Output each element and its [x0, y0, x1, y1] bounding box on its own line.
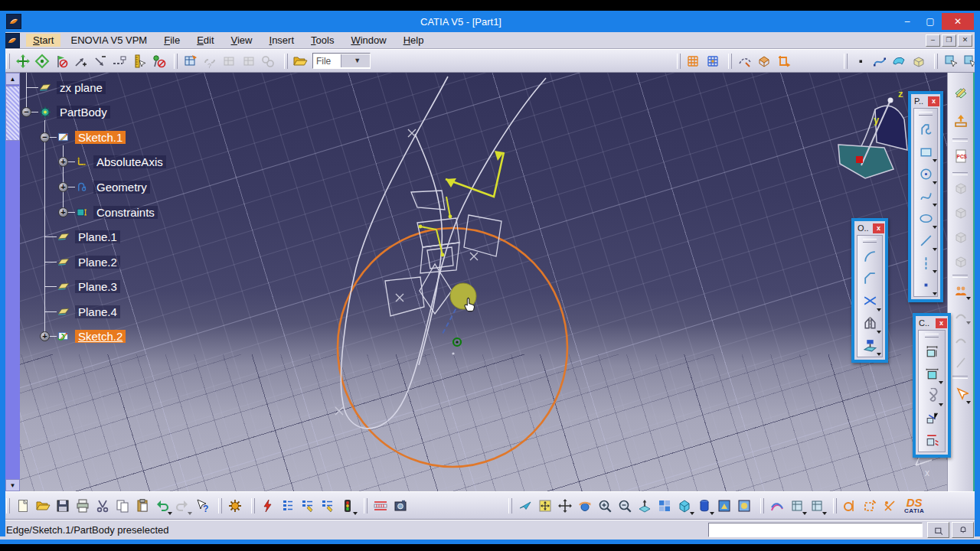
dropdown-arrow-icon[interactable] [877, 308, 881, 311]
chamfer-icon[interactable] [858, 268, 881, 290]
update-gear-icon[interactable] [225, 496, 245, 516]
magnify-plus-icon[interactable] [71, 51, 90, 71]
catalog-browser-icon[interactable] [767, 496, 787, 516]
pan-icon[interactable] [555, 496, 575, 516]
maximize-button[interactable]: ▢ [919, 13, 942, 30]
surface-icon[interactable] [890, 51, 909, 71]
capture-icon[interactable] [390, 496, 410, 516]
open-folder-icon[interactable] [291, 51, 310, 71]
grid-icon[interactable] [684, 51, 703, 71]
palette-title-bar[interactable]: C..x [916, 316, 948, 330]
close-icon[interactable]: x [936, 318, 947, 328]
toolbar-grip[interactable] [284, 54, 288, 69]
toolbar-grip[interactable] [174, 54, 178, 69]
toolbar-grip[interactable] [364, 498, 368, 514]
undo-icon[interactable] [152, 496, 172, 516]
pan-compass-icon[interactable] [13, 51, 32, 71]
mdi-close-button[interactable]: ✕ [958, 34, 972, 47]
traffic-light-icon[interactable] [338, 496, 358, 516]
dropdown-arrow-icon[interactable] [877, 331, 881, 334]
tree-item-plane-1[interactable]: Plane.1 [55, 229, 120, 244]
palette-grip[interactable] [863, 239, 877, 243]
trim-icon[interactable] [858, 290, 881, 312]
menu-enovia-v5-vpm[interactable]: ENOVIA V5 VPM [64, 34, 154, 47]
point-icon[interactable] [914, 274, 937, 296]
design-table-icon[interactable] [181, 51, 200, 71]
project-3d-icon[interactable] [858, 334, 881, 357]
toolbar-grip[interactable] [677, 54, 681, 69]
point-icon[interactable] [851, 51, 870, 71]
multi-view-icon[interactable] [655, 496, 675, 516]
tree-item-constraints[interactable]: Constraints [74, 204, 158, 220]
sheet2-icon[interactable] [807, 496, 827, 516]
dropdown-arrow-icon[interactable] [933, 248, 937, 251]
snap-grid-icon[interactable] [109, 51, 129, 71]
dropdown-arrow-icon[interactable] [966, 297, 971, 300]
dropdown-arrow-icon[interactable] [877, 353, 881, 356]
magnify-minus-icon[interactable] [90, 51, 109, 71]
rotate-icon[interactable] [575, 496, 595, 516]
contact-constraint-icon[interactable] [920, 385, 943, 407]
menu-file[interactable]: File [157, 34, 187, 47]
pin-disabled-icon[interactable] [149, 51, 168, 71]
menu-help[interactable]: Help [397, 34, 431, 47]
dropdown-arrow-icon[interactable] [933, 159, 937, 162]
doc-icon[interactable] [5, 33, 20, 48]
sketch-box-constraint-icon[interactable] [860, 496, 880, 516]
check-edit2-icon[interactable] [318, 496, 338, 516]
constraints-dialog-icon[interactable] [920, 341, 943, 363]
toolbar-grip[interactable] [251, 498, 255, 514]
dropdown-arrow-icon[interactable] [933, 204, 937, 207]
tree-item-plane-2[interactable]: Plane.2 [55, 254, 120, 269]
animate-constraint-icon[interactable] [920, 407, 943, 429]
line-icon[interactable] [914, 230, 937, 252]
tree-item-partbody[interactable]: PartBody [37, 104, 110, 119]
chevron-down-icon[interactable]: ▼ [341, 54, 369, 67]
pcs-document-icon[interactable]: PCS [951, 146, 971, 166]
circle-icon[interactable] [914, 163, 937, 185]
toolbar-grip[interactable] [218, 498, 222, 514]
palette-title-bar[interactable]: O..x [854, 221, 885, 235]
mdi-restore-button[interactable]: ❐ [942, 34, 956, 47]
tree-item-absoluteaxis[interactable]: AbsoluteAxis [74, 154, 166, 169]
operation-palette[interactable]: O..x [851, 218, 888, 363]
toolbar-grip[interactable] [728, 54, 732, 69]
toolbar-grip[interactable] [934, 54, 938, 69]
dropdown-arrow-icon[interactable] [933, 181, 937, 184]
datum-icon[interactable] [755, 51, 774, 71]
palette-title-bar[interactable]: P..x [911, 94, 940, 108]
minimize-button[interactable]: – [896, 13, 919, 30]
print-icon[interactable] [73, 496, 93, 516]
expand-knob-absoluteaxis[interactable]: + [58, 157, 68, 167]
dropdown-arrow-icon[interactable] [939, 403, 943, 406]
viewport[interactable]: x z y ▲ ▼ zx plane−PartBody−Sketch.1+Abs… [0, 73, 980, 491]
tree-item-plane-4[interactable]: Plane.4 [55, 304, 120, 319]
whats-this-icon[interactable]: ? [192, 496, 212, 516]
named-views-icon[interactable] [694, 496, 714, 516]
close-button[interactable]: ✕ [942, 13, 974, 30]
menu-tools[interactable]: Tools [304, 34, 341, 47]
dropdown-arrow-icon[interactable] [933, 270, 937, 273]
scroll-up-button[interactable]: ▲ [5, 73, 20, 85]
render-style-icon[interactable] [714, 496, 734, 516]
palette-grip[interactable] [919, 112, 933, 116]
fly-mode-icon[interactable] [515, 496, 535, 516]
dropdown-arrow-icon[interactable] [933, 226, 937, 229]
dropdown-arrow-icon[interactable] [966, 401, 971, 404]
select-arrow-icon[interactable] [951, 385, 971, 405]
toolbar-grip[interactable] [508, 498, 512, 514]
axis-icon[interactable] [914, 252, 937, 274]
check-edit-icon[interactable] [298, 496, 318, 516]
file-type-combobox[interactable]: File▼ [312, 53, 371, 69]
close-icon[interactable]: x [873, 223, 884, 233]
formula-bolt-icon[interactable] [258, 496, 278, 516]
spline-icon[interactable] [914, 185, 937, 207]
collapse-knob-sketch-1[interactable]: − [40, 132, 50, 142]
sketch-multi-constraint-icon[interactable] [880, 496, 900, 516]
fit-all-icon[interactable] [535, 496, 555, 516]
pick-object-icon[interactable] [941, 51, 960, 71]
constraint-icon[interactable] [920, 363, 943, 385]
palette-grip[interactable] [925, 334, 939, 337]
zoom-out-icon[interactable] [615, 496, 635, 516]
expand-knob-geometry[interactable]: + [58, 182, 68, 192]
